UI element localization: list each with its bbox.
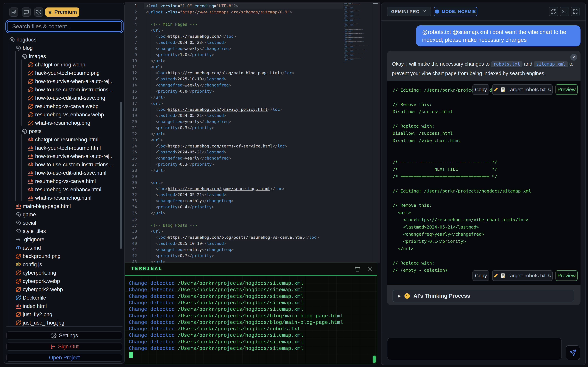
target-pill[interactable]: Target: robots.txt ↻ xyxy=(492,84,553,95)
code-line: 28 </url> xyxy=(125,167,380,174)
line-number: 17 xyxy=(125,100,137,107)
duplicate-button[interactable] xyxy=(9,8,18,17)
code-line: 26 <changefreq>yearly</changefreq> xyxy=(125,155,380,161)
tree-item-resumehog-vs-canva.webp[interactable]: resumehog-vs-canva.webp xyxy=(28,102,98,110)
copy-button[interactable]: Copy xyxy=(473,270,489,281)
line-number: 20 xyxy=(125,119,137,125)
minimap[interactable]: <?xml version="1.0" encoding="UTF-8"?><u… xyxy=(344,3,372,64)
tree-item-what-is-resumehog.png[interactable]: what-is-resumehog.png xyxy=(28,119,90,127)
line-number: 36 xyxy=(125,216,137,222)
model-label: GEMINI PRO xyxy=(391,9,420,14)
tree-item-hack-your-tech-resume.png[interactable]: hack-your-tech-resume.png xyxy=(28,69,100,77)
assistant-code-block: // Editing: /Users/porkr/projects/hogdoc… xyxy=(387,81,580,285)
terminal-close-button[interactable] xyxy=(367,266,373,273)
gear-icon xyxy=(51,333,56,338)
tree-item-chatgpt-or-resumehog.html[interactable]: abchatgpt-or-resumehog.html xyxy=(28,135,98,144)
chat-button[interactable] xyxy=(22,8,31,17)
tree-item-just_use_rhog.jpg[interactable]: just_use_rhog.jpg xyxy=(15,318,64,326)
folder-open-icon xyxy=(15,45,21,51)
tree-item-label: resumehog-vs-canva.html xyxy=(35,178,96,184)
open-project-button[interactable]: Open Project xyxy=(7,354,122,362)
code-line: 21 <priority>0.3</priority> xyxy=(125,125,380,131)
line-number: 16 xyxy=(125,94,137,100)
tree-item-hack-your-tech-resume.html[interactable]: abhack-your-tech-resume.html xyxy=(28,144,101,152)
tree-item-resumehog-vs-enhancv.html[interactable]: abresumehog-vs-enhancv.html xyxy=(28,185,101,194)
tree-item-images[interactable]: images xyxy=(21,52,46,60)
tree-item-social[interactable]: social xyxy=(15,219,36,227)
copy-button[interactable]: Copy xyxy=(473,84,489,95)
tree-item-how-to-use-custom-instructions....[interactable]: abhow-to-use-custom-instructions.... xyxy=(28,160,114,169)
model-select[interactable]: GEMINI PRO xyxy=(387,7,431,16)
line-number: 3 xyxy=(125,15,137,21)
tree-item-hogdocs[interactable]: hogdocs xyxy=(9,35,36,44)
tree-item-what-is-resumehog.html[interactable]: abwhat-is-resumehog.html xyxy=(28,194,92,202)
thinking-process-toggle[interactable]: ▶ AI's Thinking Process xyxy=(392,290,574,302)
tree-item-label: game xyxy=(23,212,36,218)
tree-item-index.html[interactable]: abindex.html xyxy=(15,302,47,310)
editor-scrollbar[interactable] xyxy=(373,3,378,4)
image-sync-off-icon xyxy=(15,320,21,326)
code-text: <priority>1.0</priority> xyxy=(146,52,214,58)
terminal-clear-button[interactable] xyxy=(355,266,361,273)
tree-item-config.js[interactable]: abconfig.js xyxy=(15,260,42,269)
history-icon xyxy=(36,9,42,15)
tree-item-resumehog-vs-enhancv.webp[interactable]: resumehog-vs-enhancv.webp xyxy=(28,110,104,119)
tree-item-posts[interactable]: posts xyxy=(21,127,42,135)
mode-button[interactable]: MODE: NORMIE xyxy=(434,7,477,16)
terminal-scrollbar[interactable] xyxy=(373,356,376,363)
code-text: <changefreq>weekly</changefreq> xyxy=(146,82,231,88)
code-line: 38 <url> xyxy=(125,228,380,234)
assistant-code-line: /* NEXT FILE */ xyxy=(393,166,497,173)
tree-scrollbar[interactable] xyxy=(120,102,122,249)
search-input[interactable] xyxy=(7,21,122,32)
tree-item-how-to-use-custom-instructions....[interactable]: how-to-use-custom-instructions.... xyxy=(28,85,114,94)
maximize-icon xyxy=(572,9,578,14)
tree-item-how-to-use-edit-and-save.html[interactable]: abhow-to-use-edit-and-save.html xyxy=(28,169,106,177)
code-text: <priority>0.7</priority> xyxy=(146,253,214,259)
restart-chat-button[interactable] xyxy=(549,7,558,16)
tree-item-how-to-use-edit-and-save.png[interactable]: how-to-use-edit-and-save.png xyxy=(28,94,105,102)
image-sync-off-icon xyxy=(15,312,21,317)
code-line: 1<?xml version="1.0" encoding="UTF-8"?> xyxy=(125,3,380,9)
preview-button[interactable]: Preview xyxy=(555,84,578,95)
tree-item-cyberpork.png[interactable]: cyberpork.png xyxy=(15,269,56,277)
history-button[interactable] xyxy=(34,8,43,17)
premium-button[interactable]: ★ Premium xyxy=(45,8,79,17)
code-actions-bottom: Copy Target: robots.txt ↻ Preview xyxy=(473,270,578,281)
tree-item-resumehog-vs-canva.html[interactable]: abresumehog-vs-canva.html xyxy=(28,177,96,185)
tree-item-game[interactable]: game xyxy=(15,210,36,219)
fullscreen-button[interactable] xyxy=(571,7,580,16)
code-text: <loc>https://resumehog.com/</loc> xyxy=(146,33,236,39)
tree-item-Dockerfile[interactable]: Dockerfile xyxy=(15,294,46,302)
tree-item-aws.md[interactable]: ‹T›aws.md xyxy=(15,244,41,252)
tree-guide xyxy=(9,43,9,326)
premium-label: Premium xyxy=(54,9,77,15)
target-pill[interactable]: Target: robots.txt ↻ xyxy=(492,270,553,281)
tree-item-how-to-survive-when-ai-auto-rej...[interactable]: how-to-survive-when-ai-auto-rej... xyxy=(28,77,114,85)
search-box xyxy=(5,19,123,33)
sign-out-icon xyxy=(50,344,56,349)
send-button[interactable] xyxy=(566,345,580,360)
sign-out-button[interactable]: Sign Out xyxy=(7,342,122,350)
code-editor[interactable]: 1<?xml version="1.0" encoding="UTF-8"?>2… xyxy=(125,2,380,263)
tree-item-cyberpork2.webp[interactable]: cyberpork2.webp xyxy=(15,285,63,294)
line-number: 35 xyxy=(125,210,137,216)
tree-item-main-blog-page.html[interactable]: abmain-blog-page.html xyxy=(15,202,71,210)
tree-item-how-to-survive-when-ai-auto-rej...[interactable]: abhow-to-survive-when-ai-auto-rej... xyxy=(28,152,114,160)
terminal-body[interactable]: Change detected /Users/porkr/projects/ho… xyxy=(125,276,377,364)
preview-button[interactable]: Preview xyxy=(555,270,578,281)
tree-item-blog[interactable]: blog xyxy=(15,44,33,52)
tree-item-cyberpork.webp[interactable]: cyberpork.webp xyxy=(15,277,60,285)
tree-item-background.png[interactable]: background.png xyxy=(15,252,61,260)
target-label: Target: robots.txt xyxy=(508,87,545,92)
tree-item-style_tiles[interactable]: style_tiles xyxy=(15,227,46,235)
code-line: 41 <changefreq>monthly</changefreq> xyxy=(125,247,380,253)
tree-item-just_fly2.png[interactable]: just_fly2.png xyxy=(15,310,52,318)
tree-item-chatgpt-or-rhog.webp[interactable]: chatgpt-or-rhog.webp xyxy=(28,60,86,69)
code-text: <lastmod>2024-05-23</lastmod> xyxy=(146,39,226,46)
settings-button[interactable]: Settings xyxy=(7,332,122,340)
tree-item-.gitignore[interactable]: .gitignore xyxy=(15,235,44,244)
tree-guide xyxy=(21,59,22,126)
terminal-toggle-button[interactable] xyxy=(560,7,569,16)
chat-input[interactable] xyxy=(387,338,562,360)
